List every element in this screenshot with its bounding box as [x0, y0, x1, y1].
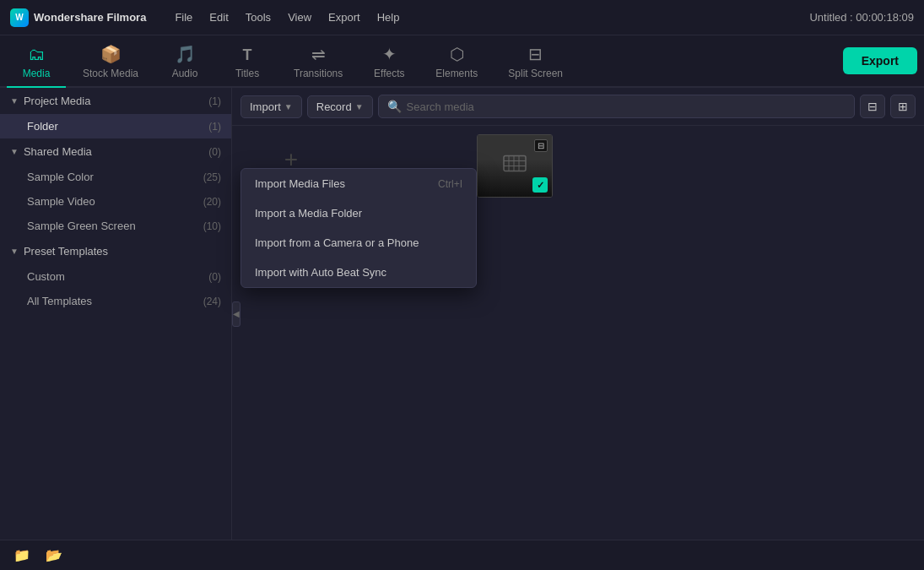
- tab-stock-media[interactable]: 📦 Stock Media: [69, 37, 152, 88]
- folder-icon: 📂: [46, 548, 62, 562]
- sidebar-item-folder[interactable]: Folder (1): [0, 114, 231, 138]
- svg-rect-0: [504, 155, 526, 171]
- main-area: ▼ Project Media (1) Folder (1) ▼ Shared …: [0, 88, 924, 540]
- new-folder-icon: 📁: [14, 548, 30, 562]
- stock-media-tab-icon: 📦: [100, 44, 122, 64]
- transitions-tab-icon: ⇌: [311, 44, 326, 64]
- thumb-selected-icon: ✓: [532, 177, 548, 193]
- project-media-count: (1): [208, 95, 221, 107]
- sample-color-count: (25): [203, 171, 221, 183]
- sample-video-label: Sample Video: [27, 195, 95, 208]
- sidebar-item-sample-color[interactable]: Sample Color (25): [0, 165, 231, 189]
- import-auto-beat-sync-label: Import with Auto Beat Sync: [255, 266, 386, 279]
- media-grid: + Import Media: [232, 126, 924, 540]
- dropdown-import-media-folder[interactable]: Import a Media Folder: [241, 198, 476, 228]
- tab-transitions[interactable]: ⇌ Transitions: [280, 37, 356, 88]
- filter-icon: ⊟: [867, 100, 878, 113]
- project-title: Untitled : 00:00:18:09: [809, 11, 914, 24]
- record-button[interactable]: Record ▼: [307, 95, 373, 118]
- shared-media-label: Shared Media: [24, 145, 92, 158]
- effects-tab-label: Effects: [374, 68, 404, 79]
- menu-file[interactable]: File: [166, 8, 201, 27]
- app-name: Wondershare Filmora: [34, 11, 146, 24]
- bottombar: 📁 📂: [0, 540, 924, 570]
- titles-tab-label: Titles: [235, 68, 259, 79]
- sidebar-section-preset-templates[interactable]: ▼ Preset Templates: [0, 238, 231, 264]
- sidebar-item-all-templates[interactable]: All Templates (24): [0, 289, 231, 313]
- app-logo: W Wondershare Filmora: [10, 8, 146, 27]
- effects-tab-icon: ✦: [382, 44, 397, 64]
- transitions-tab-label: Transitions: [294, 68, 343, 79]
- folder-button[interactable]: 📂: [42, 544, 66, 567]
- dropdown-import-media-files[interactable]: Import Media Files Ctrl+I: [241, 169, 476, 198]
- media-tab-label: Media: [23, 68, 51, 79]
- dropdown-import-auto-beat-sync[interactable]: Import with Auto Beat Sync: [241, 258, 476, 287]
- sidebar-item-sample-green-screen[interactable]: Sample Green Screen (10): [0, 214, 231, 238]
- import-dropdown-menu: Import Media Files Ctrl+I Import a Media…: [240, 168, 477, 288]
- all-templates-count: (24): [203, 296, 221, 307]
- search-icon: 🔍: [387, 100, 402, 113]
- sidebar-item-sample-video[interactable]: Sample Video (20): [0, 189, 231, 214]
- search-bar: 🔍: [378, 95, 855, 118]
- search-input[interactable]: [407, 100, 846, 113]
- tab-titles[interactable]: T Titles: [218, 40, 277, 88]
- tab-elements[interactable]: ⬡ Elements: [422, 37, 491, 88]
- audio-tab-label: Audio: [172, 68, 198, 79]
- tab-media[interactable]: 🗂 Media: [7, 38, 66, 88]
- sidebar-section-project-media[interactable]: ▼ Project Media (1): [0, 88, 231, 114]
- topbar: W Wondershare Filmora File Edit Tools Vi…: [0, 0, 924, 35]
- sample-color-label: Sample Color: [27, 171, 94, 183]
- sidebar-item-custom[interactable]: Custom (0): [0, 264, 231, 289]
- tab-effects[interactable]: ✦ Effects: [359, 37, 419, 88]
- tab-audio[interactable]: 🎵 Audio: [155, 37, 214, 88]
- grid-view-button[interactable]: ⊞: [890, 95, 916, 118]
- import-label: Import: [250, 100, 281, 113]
- import-media-files-label: Import Media Files: [255, 177, 345, 190]
- all-templates-label: All Templates: [27, 295, 92, 307]
- preset-templates-arrow-icon: ▼: [10, 247, 19, 256]
- split-screen-tab-icon: ⊟: [528, 44, 543, 64]
- shared-media-arrow-icon: ▼: [10, 147, 19, 156]
- folder-count: (1): [208, 121, 221, 133]
- filter-button[interactable]: ⊟: [860, 95, 885, 118]
- sidebar: ▼ Project Media (1) Folder (1) ▼ Shared …: [0, 88, 232, 540]
- import-media-files-shortcut: Ctrl+I: [438, 178, 462, 190]
- menu-help[interactable]: Help: [369, 8, 408, 27]
- export-button[interactable]: Export: [843, 47, 917, 74]
- titles-tab-icon: T: [243, 46, 252, 64]
- sidebar-collapse-handle[interactable]: ◀: [232, 301, 240, 327]
- sample-video-count: (20): [203, 196, 221, 208]
- audio-tab-icon: 🎵: [175, 44, 196, 64]
- import-button[interactable]: Import ▼: [240, 95, 302, 118]
- custom-count: (0): [208, 271, 221, 283]
- dropdown-import-camera-phone[interactable]: Import from a Camera or a Phone: [241, 228, 476, 258]
- menu-export[interactable]: Export: [320, 8, 369, 27]
- thumb-type-badge: ⊟: [534, 139, 548, 152]
- menu-edit[interactable]: Edit: [201, 8, 236, 27]
- import-chevron-icon: ▼: [284, 102, 293, 111]
- media-thumbnail[interactable]: ⊟ ✓ Stencil Board Show A -N...: [477, 134, 553, 198]
- elements-tab-icon: ⬡: [450, 44, 464, 64]
- sample-green-screen-count: (10): [203, 220, 221, 232]
- grid-icon: ⊞: [898, 100, 908, 113]
- sidebar-section-shared-media[interactable]: ▼ Shared Media (0): [0, 138, 231, 165]
- record-chevron-icon: ▼: [355, 102, 364, 111]
- menu-tools[interactable]: Tools: [237, 8, 279, 27]
- custom-label: Custom: [27, 270, 65, 283]
- nav-tabs: 🗂 Media 📦 Stock Media 🎵 Audio T Titles ⇌…: [0, 35, 924, 88]
- stock-media-tab-label: Stock Media: [83, 68, 138, 79]
- app-logo-icon: W: [10, 8, 29, 27]
- record-label: Record: [316, 100, 352, 113]
- new-folder-button[interactable]: 📁: [10, 544, 34, 567]
- project-media-arrow-icon: ▼: [10, 96, 19, 106]
- project-media-label: Project Media: [24, 95, 90, 107]
- content-area: Import ▼ Record ▼ 🔍 ⊟ ⊞ + Import: [232, 88, 924, 540]
- menu-view[interactable]: View: [279, 8, 320, 27]
- preset-templates-label: Preset Templates: [24, 245, 108, 258]
- import-camera-phone-label: Import from a Camera or a Phone: [255, 236, 419, 249]
- folder-label: Folder: [27, 120, 58, 133]
- import-media-folder-label: Import a Media Folder: [255, 207, 362, 220]
- tab-split-screen[interactable]: ⊟ Split Screen: [494, 37, 576, 88]
- elements-tab-label: Elements: [435, 68, 478, 79]
- sample-green-screen-label: Sample Green Screen: [27, 220, 136, 232]
